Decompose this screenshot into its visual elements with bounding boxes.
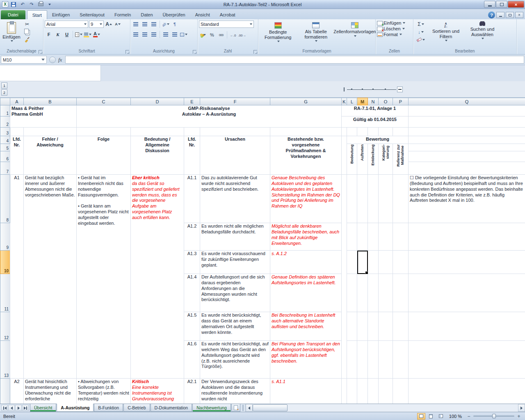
cell-p11[interactable] (393, 274, 409, 312)
percent-style-button[interactable]: % (208, 31, 216, 39)
align-middle-button[interactable] (141, 21, 149, 28)
header-lfd-nr[interactable]: Lfd. Nr. (10, 136, 24, 175)
cell-p10[interactable] (393, 251, 409, 274)
file-tab[interactable]: Datei (1, 10, 25, 19)
selected-cell-m10[interactable] (357, 251, 368, 274)
cell-d3[interactable] (131, 128, 184, 136)
cell-q3[interactable] (409, 128, 525, 136)
column-header-c[interactable]: C (77, 98, 131, 105)
name-box[interactable]: M10 (1, 56, 47, 64)
decrease-decimal-button[interactable] (238, 31, 246, 39)
cell-p12[interactable] (393, 312, 409, 341)
cell-l12[interactable] (347, 312, 357, 341)
cell-l8[interactable] (347, 175, 357, 223)
cell-l10[interactable] (347, 251, 357, 274)
cell-o12[interactable] (379, 312, 393, 341)
tab-acrobat[interactable]: Acrobat (215, 10, 240, 19)
cell-n9[interactable] (368, 223, 379, 251)
column-header-n[interactable]: N (368, 98, 379, 105)
page-layout-view-button[interactable] (427, 413, 435, 420)
autosum-button[interactable]: Σ (415, 21, 427, 28)
cell-p3[interactable] (393, 128, 409, 136)
cell-n11[interactable] (368, 274, 379, 312)
align-top-button[interactable] (132, 21, 140, 28)
window-maximize-button[interactable] (496, 1, 507, 8)
formula-input[interactable] (65, 56, 524, 64)
cell-m12[interactable] (357, 312, 368, 341)
cell-valid-from[interactable]: Gültig ab 01.04.2015 (342, 116, 409, 128)
shrink-font-button[interactable]: A (114, 21, 122, 28)
row-header-10[interactable]: 10 (0, 251, 10, 274)
cell-n10[interactable] (368, 251, 379, 274)
page-break-view-button[interactable] (437, 413, 445, 420)
row-header-3[interactable]: 3 (0, 128, 10, 136)
normal-view-button[interactable] (417, 413, 425, 420)
cell-a1-4-ursache[interactable]: Der Aufstellungsort und die sich daraus … (200, 274, 270, 312)
sheet-tab-d-dokumentation[interactable]: D-Dokumentation (151, 404, 192, 412)
cell-q5[interactable] (409, 144, 525, 151)
scroll-left-button[interactable] (246, 404, 253, 412)
cell-c3[interactable] (77, 128, 131, 136)
cell-a1-id[interactable]: A1 (10, 175, 24, 379)
cell-note[interactable]: ☐ Die vorliegende Einstufung der Bewertu… (409, 175, 525, 223)
first-sheet-button[interactable] (1, 405, 8, 411)
italic-button[interactable]: K (54, 31, 62, 38)
header-bedeutung-diskussion[interactable]: Bedeutung / Allgemeine Diskussion (131, 136, 184, 175)
underline-button[interactable]: U (63, 31, 71, 38)
cell-a1-6-ursache[interactable]: Es wurde nicht berücksichtigt, auf welch… (200, 341, 270, 379)
header-folge[interactable]: Folge (77, 136, 131, 175)
tab-ansicht[interactable]: Ansicht (190, 10, 215, 19)
increase-indent-button[interactable] (171, 31, 179, 38)
insert-worksheet-button[interactable] (231, 404, 240, 412)
header-rating-referenz[interactable]: Referenz zur Maßnahme (393, 144, 409, 175)
column-header-a[interactable]: A (10, 98, 24, 105)
help-button[interactable]: ? (488, 11, 495, 18)
bold-button[interactable]: F (45, 31, 53, 38)
tab-formeln[interactable]: Formeln (110, 10, 136, 19)
tab-start[interactable]: Start (27, 10, 47, 19)
font-dialog-launcher[interactable] (126, 50, 129, 54)
format-cells-button[interactable]: Format (377, 32, 412, 37)
row-header-8[interactable]: 8 (0, 175, 10, 223)
header-fehler-abweichung[interactable]: Fehler / Abweichung (24, 136, 77, 175)
cell-a1-3-massnahme[interactable]: s. A.1.2 (270, 251, 342, 274)
cell-a1-5-id[interactable]: A1.5 (184, 312, 200, 341)
cell-doc-ref[interactable]: RA-7.1-01, Anlage 1 (342, 105, 409, 116)
cell-a1-bedeutung[interactable]: Eher kritisch da das Gerät so spezifizie… (131, 175, 184, 379)
column-header-q[interactable]: Q (409, 98, 525, 105)
sort-filter-button[interactable]: AZ↓ Sortieren und Filtern (428, 21, 463, 43)
cell-q6[interactable] (409, 151, 525, 162)
cell-a1-1-id[interactable]: A1.1 (184, 175, 200, 223)
font-color-button[interactable]: A (93, 31, 101, 38)
header-bewertung[interactable]: Bewertung (347, 136, 409, 144)
sheet-tab-nachbewertung[interactable]: Nachbewertung (192, 404, 231, 412)
zoom-in-button[interactable]: + (516, 413, 522, 419)
cell-a1-5-ursache[interactable]: Es wurde nicht berücksichtigt, dass das … (200, 312, 270, 341)
tab-einfuegen[interactable]: Einfügen (47, 10, 75, 19)
row-header-1[interactable]: 1 (0, 105, 10, 116)
cell-a2-folge[interactable]: • Abweichungen von Sollvorgaben (z.B. Te… (77, 379, 131, 404)
cell-a1-2-id[interactable]: A1.2 (184, 223, 200, 251)
cell-a1-4-id[interactable]: A1.4 (184, 274, 200, 312)
clipboard-dialog-launcher[interactable] (39, 50, 42, 54)
row-header-11[interactable]: 11 (0, 274, 10, 312)
cell-m14[interactable] (357, 379, 368, 404)
column-header-f[interactable]: F (200, 98, 270, 105)
previous-sheet-button[interactable] (8, 405, 15, 411)
cell-a2-1-ursache[interactable]: Der Verwendungszweck des Autoklaven und … (200, 379, 270, 404)
row-header-14[interactable] (0, 379, 10, 404)
qat-customize-button[interactable] (46, 1, 53, 8)
sheet-tab-uebersicht[interactable]: Übersicht (30, 404, 56, 412)
accounting-format-button[interactable] (199, 31, 207, 39)
row-header-5[interactable]: 5 (0, 144, 10, 151)
cell-q7[interactable] (409, 162, 525, 175)
row-header-4[interactable]: 4 (0, 136, 10, 144)
window-close-button[interactable]: × (508, 1, 524, 8)
cell-o13[interactable] (379, 341, 393, 379)
save-button[interactable] (10, 1, 17, 8)
column-header-d[interactable]: D (131, 98, 184, 105)
cell-m3[interactable] (357, 128, 368, 136)
horizontal-scrollbar[interactable] (245, 404, 525, 412)
cell-p9[interactable] (393, 223, 409, 251)
zoom-out-button[interactable]: − (466, 413, 472, 419)
